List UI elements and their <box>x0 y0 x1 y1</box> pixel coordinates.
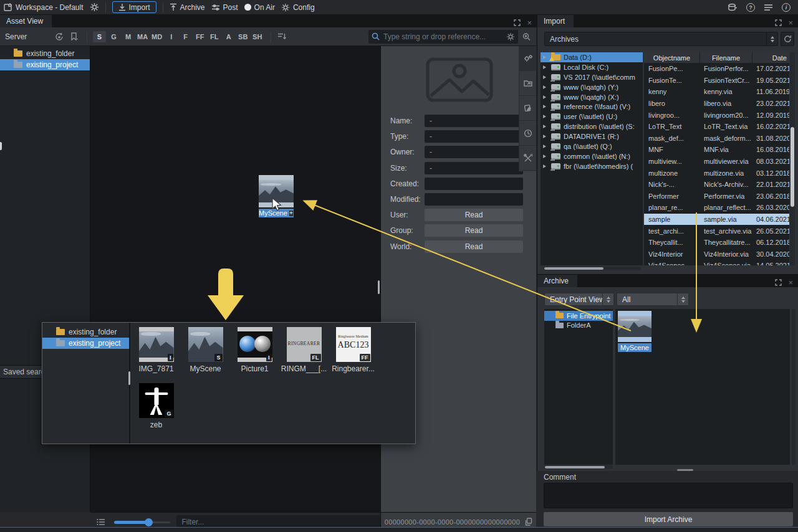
workspace-gear-icon[interactable] <box>90 2 99 12</box>
drive-tree-item[interactable]: www (\\qatgh) (Y:) <box>541 82 643 92</box>
asset-thumbnail-cell[interactable]: G zeb <box>132 381 181 437</box>
import-archive-button[interactable]: Import Archive <box>544 512 793 526</box>
scrollbar-thumb[interactable] <box>544 267 603 270</box>
property-value[interactable]: - <box>425 115 523 127</box>
type-filter-button[interactable]: I <box>165 31 178 42</box>
table-row[interactable]: test_archi... test_archive.via 26.05.202… <box>644 225 789 237</box>
archives-dropdown[interactable]: Archives <box>544 32 778 46</box>
expander-icon[interactable] <box>543 65 548 69</box>
table-row[interactable]: kenny kenny.via 11.06.2019 0 <box>644 86 789 98</box>
close-icon[interactable]: × <box>788 278 793 287</box>
drive-tree-item[interactable]: user (\\autlet) (U:) <box>541 112 643 121</box>
expander-icon[interactable] <box>543 85 548 89</box>
table-row[interactable]: Viz4Interior Viz4Interior.via 30.04.2020… <box>644 249 789 260</box>
archive-scene-item[interactable]: MyScene <box>618 311 651 352</box>
copy-icon[interactable] <box>525 518 532 526</box>
table-row[interactable]: MNF MNF.via 16.08.2016 1 <box>644 144 789 156</box>
type-filter-button[interactable]: SH <box>251 31 264 42</box>
drive-tree-item[interactable]: Data (D:) <box>541 52 643 62</box>
type-filter-dropdown[interactable]: All <box>617 293 689 306</box>
workspace-menu[interactable]: Workspace - Default <box>4 3 84 12</box>
tab-settings[interactable] <box>519 46 537 71</box>
dropdown-spinner[interactable] <box>766 32 777 45</box>
archive-content-area[interactable]: MyScene <box>614 309 790 465</box>
asset-thumbnail-cell[interactable]: S MyScene <box>181 325 230 381</box>
table-row[interactable]: FusionTe... FusionTextCr... 19.05.2021 1 <box>644 75 789 87</box>
asset-thumbnail-cell[interactable]: Ringbearer Medium ABC123 FF Ringbearer..… <box>329 325 378 381</box>
tab-archive[interactable]: Archive <box>537 275 577 287</box>
expander-icon[interactable] <box>543 95 548 99</box>
property-value[interactable]: Read <box>425 209 523 221</box>
property-value[interactable]: Read <box>425 224 523 237</box>
expander-icon[interactable] <box>543 154 548 158</box>
asset-thumbnail-cell[interactable]: RINGBEARER FL RINGM___[... <box>279 325 329 381</box>
type-filter-button[interactable]: MD <box>150 31 163 42</box>
menu-icon[interactable] <box>764 4 773 11</box>
type-filter-button[interactable]: A <box>222 31 235 42</box>
expander-icon[interactable] <box>543 105 548 108</box>
search-options-icon[interactable] <box>522 32 531 41</box>
tab-asset-view[interactable]: Asset View <box>0 15 52 27</box>
table-row[interactable]: livingroo... livingroom20... 12.09.2019 … <box>644 109 789 121</box>
bookmark-icon[interactable] <box>70 32 79 41</box>
archive-horizontal-scrollbar[interactable] <box>544 465 613 469</box>
thumbnail-size-slider[interactable] <box>114 518 170 526</box>
archive-tree-item[interactable]: File Entrypoint <box>544 311 613 321</box>
drive-tree-item[interactable]: fbr (\\autlet\homedirs) ( <box>541 161 643 171</box>
expander-icon[interactable] <box>543 135 548 138</box>
tab-notes[interactable] <box>519 96 537 121</box>
type-filter-button[interactable]: MA <box>136 31 149 42</box>
on-air-button[interactable]: On Air <box>244 3 275 12</box>
expand-icon[interactable] <box>514 19 521 26</box>
expander-icon[interactable] <box>543 125 548 128</box>
tab-folder[interactable] <box>519 71 537 96</box>
property-value[interactable]: Read <box>425 240 523 253</box>
server-tree-item[interactable]: existing_folder <box>0 48 90 59</box>
close-icon[interactable]: × <box>788 18 793 27</box>
drive-tree-item[interactable]: qa (\\autlet) (Q:) <box>541 141 643 151</box>
help-icon[interactable]: ? <box>746 3 755 12</box>
scrollbar-thumb[interactable] <box>791 127 794 207</box>
table-row[interactable]: Performer Performer.via 23.06.2018 0 <box>644 191 789 202</box>
type-filter-button[interactable]: M <box>122 31 135 42</box>
scrollbar-thumb[interactable] <box>545 466 605 468</box>
panel-splitter-handle[interactable] <box>0 142 2 150</box>
table-row[interactable]: multizone multizone.via 03.12.2018 1 <box>644 167 789 179</box>
entry-point-view-dropdown[interactable]: Entry Point View <box>544 293 614 306</box>
table-row[interactable]: Nick's-... Nick's-Archiv... 22.01.2021 1 <box>644 179 789 191</box>
column-header-date[interactable]: Date <box>752 52 789 63</box>
drive-tree-item[interactable]: common (\\autlet) (N:) <box>541 151 643 161</box>
drive-tree-item[interactable]: reference (\\fsaut) (V:) <box>541 102 643 112</box>
table-row[interactable]: libero libero.via 23.02.2021 0 <box>644 98 789 110</box>
drive-tree-item[interactable]: www (\\qatgh) (X:) <box>541 92 643 102</box>
server-tree-item[interactable]: existing_project <box>0 59 90 70</box>
popup-tree-item[interactable]: existing_folder <box>42 326 129 338</box>
table-row[interactable]: Viz4Scenes Viz4Scenes.via 14.05.2021 1 <box>644 260 789 265</box>
property-value[interactable]: - <box>425 146 523 158</box>
canvas-scene-item[interactable]: MyScene + <box>259 175 294 217</box>
column-header-objectname[interactable]: Objectname <box>644 52 699 63</box>
post-mode-button[interactable]: Post <box>211 3 238 12</box>
tree-horizontal-scrollbar[interactable] <box>544 267 641 270</box>
property-value[interactable]: - <box>425 162 523 174</box>
archive-vertical-scrollbar[interactable] <box>792 309 796 465</box>
splitter-handle[interactable] <box>128 371 130 385</box>
comment-input[interactable] <box>544 483 793 508</box>
drive-tree-item[interactable]: VS 2017 (\\autlet\comm <box>541 72 643 82</box>
expander-icon[interactable] <box>543 115 548 118</box>
expander-icon[interactable] <box>543 75 548 79</box>
drive-tree-item[interactable]: Local Disk (C:) <box>541 62 643 72</box>
info-icon[interactable]: i <box>782 3 791 12</box>
sort-icon[interactable] <box>277 32 287 40</box>
type-filter-button[interactable]: G <box>107 31 120 42</box>
list-view-icon[interactable] <box>97 518 105 526</box>
table-row[interactable]: FusionPe... FusionPerfor... 17.02.2021 1 <box>644 63 789 75</box>
property-value[interactable]: - <box>425 130 523 143</box>
archive-tree-item[interactable]: FolderA <box>544 321 613 331</box>
archive-splitter-handle[interactable] <box>677 469 693 471</box>
type-filter-button[interactable]: SB <box>236 31 249 42</box>
canvas-splitter-handle[interactable] <box>378 280 380 294</box>
refresh-archives-button[interactable] <box>781 32 794 46</box>
table-row[interactable]: planar_re... planar_reflect... 26.03.202… <box>644 202 789 214</box>
popup-tree-item[interactable]: existing_project <box>42 338 129 349</box>
